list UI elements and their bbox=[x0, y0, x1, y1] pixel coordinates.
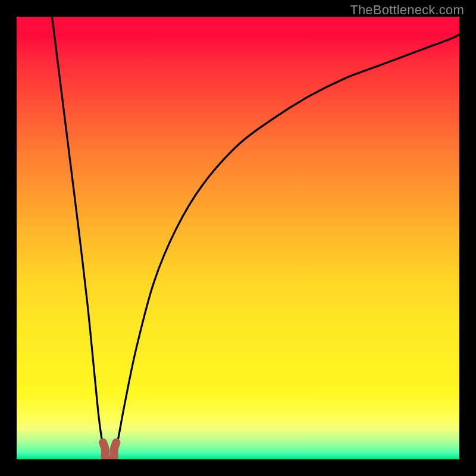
series-left-branch bbox=[52, 17, 105, 455]
series-right-branch bbox=[115, 35, 459, 455]
chart-canvas: TheBottleneck.com bbox=[0, 0, 476, 476]
curves-group bbox=[52, 17, 459, 459]
plot-area bbox=[17, 17, 459, 459]
series-trough-marker bbox=[103, 443, 116, 459]
curve-layer bbox=[17, 17, 459, 459]
watermark-text: TheBottleneck.com bbox=[350, 2, 464, 18]
